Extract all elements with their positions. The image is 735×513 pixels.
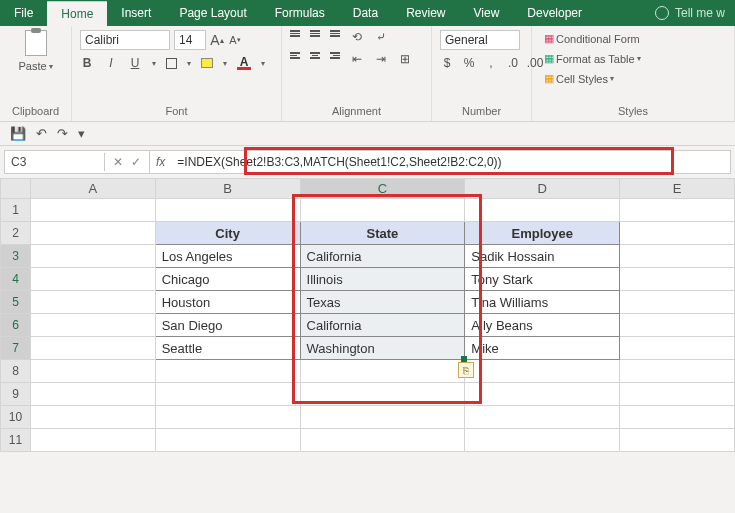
align-top-icon[interactable] [290, 30, 300, 44]
cell-b5[interactable]: Houston [155, 291, 300, 314]
conditional-formatting-button[interactable]: ▦Conditional Form [540, 30, 644, 47]
number-format-dropdown[interactable]: General [440, 30, 520, 50]
align-right-icon[interactable] [330, 52, 340, 66]
tab-page-layout[interactable]: Page Layout [165, 1, 260, 25]
row-header-10[interactable]: 10 [1, 406, 31, 429]
fx-icon[interactable]: fx [150, 155, 171, 169]
align-bottom-icon[interactable] [330, 30, 340, 44]
tab-developer[interactable]: Developer [513, 1, 596, 25]
col-header-d[interactable]: D [465, 179, 620, 199]
format-as-table-button[interactable]: ▦Format as Table▾ [540, 50, 645, 67]
autofill-options-icon[interactable]: ⎘ [458, 362, 474, 378]
group-label-alignment: Alignment [290, 103, 423, 119]
paste-icon[interactable] [25, 30, 47, 56]
cell-b6[interactable]: San Diego [155, 314, 300, 337]
tab-formulas[interactable]: Formulas [261, 1, 339, 25]
paste-button[interactable]: Paste▾ [14, 58, 56, 74]
bulb-icon [655, 6, 669, 20]
underline-more[interactable]: ▾ [152, 59, 156, 68]
header-city[interactable]: City [155, 222, 300, 245]
cancel-formula-icon[interactable]: ✕ [113, 155, 123, 169]
merge-icon[interactable]: ⊞ [398, 52, 412, 66]
orientation-icon[interactable]: ⟲ [350, 30, 364, 44]
row-header-11[interactable]: 11 [1, 429, 31, 452]
header-employee[interactable]: Employee [465, 222, 620, 245]
tab-home[interactable]: Home [47, 1, 107, 26]
row-header-3[interactable]: 3 [1, 245, 31, 268]
qat-more-icon[interactable]: ▾ [78, 126, 85, 141]
col-header-e[interactable]: E [620, 179, 735, 199]
col-header-c[interactable]: C [300, 179, 465, 199]
comma-icon[interactable]: , [484, 56, 498, 70]
ribbon: Paste▾ Clipboard Calibri 14 A▴ A▾ B I U … [0, 26, 735, 122]
font-color-button[interactable]: A [237, 56, 251, 70]
align-center-icon[interactable] [310, 52, 320, 66]
cell-c5[interactable]: Texas [300, 291, 465, 314]
select-all-corner[interactable] [1, 179, 31, 199]
row-header-7[interactable]: 7 [1, 337, 31, 360]
row-header-2[interactable]: 2 [1, 222, 31, 245]
ribbon-tabs: File Home Insert Page Layout Formulas Da… [0, 0, 735, 26]
quick-access-toolbar: 💾 ↶ ↷ ▾ [0, 122, 735, 146]
tab-review[interactable]: Review [392, 1, 459, 25]
cell-b3[interactable]: Los Angeles [155, 245, 300, 268]
increase-decimal-icon[interactable]: .0 [506, 56, 520, 70]
row-header-5[interactable]: 5 [1, 291, 31, 314]
cell-d6[interactable]: Ally Beans [465, 314, 620, 337]
tell-me[interactable]: Tell me w [645, 6, 735, 20]
increase-font-icon[interactable]: A▴ [210, 33, 224, 47]
cell-c4[interactable]: Illinois [300, 268, 465, 291]
cell-b4[interactable]: Chicago [155, 268, 300, 291]
formula-input[interactable]: =INDEX(Sheet2!B3:C3,MATCH(Sheet1!C2,Shee… [171, 153, 730, 171]
underline-button[interactable]: U [128, 56, 142, 70]
increase-indent-icon[interactable]: ⇥ [374, 52, 388, 66]
decrease-indent-icon[interactable]: ⇤ [350, 52, 364, 66]
group-font: Calibri 14 A▴ A▾ B I U ▾ ▾ ▾ A▾ Font [72, 26, 282, 121]
name-box[interactable]: C3 [5, 153, 105, 171]
tab-data[interactable]: Data [339, 1, 392, 25]
borders-button[interactable] [166, 58, 177, 69]
decrease-font-icon[interactable]: A▾ [228, 33, 242, 47]
worksheet-grid[interactable]: A B C D E 1 2 City State Employee 3 Los … [0, 178, 735, 452]
row-header-6[interactable]: 6 [1, 314, 31, 337]
cell-d4[interactable]: Tony Stark [465, 268, 620, 291]
col-header-b[interactable]: B [155, 179, 300, 199]
header-state[interactable]: State [300, 222, 465, 245]
tab-file[interactable]: File [0, 1, 47, 25]
tab-insert[interactable]: Insert [107, 1, 165, 25]
wrap-text-icon[interactable]: ⤶ [374, 30, 388, 44]
enter-formula-icon[interactable]: ✓ [131, 155, 141, 169]
cell-c6[interactable]: California [300, 314, 465, 337]
font-name-dropdown[interactable]: Calibri [80, 30, 170, 50]
redo-icon[interactable]: ↷ [57, 126, 68, 141]
row-header-9[interactable]: 9 [1, 383, 31, 406]
group-number: General $ % , .0 .00 Number [432, 26, 532, 121]
cell-d3[interactable]: Sadik Hossain [465, 245, 620, 268]
font-size-dropdown[interactable]: 14 [174, 30, 206, 50]
align-middle-icon[interactable] [310, 30, 320, 44]
cell-b7[interactable]: Seattle [155, 337, 300, 360]
group-label-number: Number [440, 103, 523, 119]
row-header-4[interactable]: 4 [1, 268, 31, 291]
formula-bar: C3 ✕ ✓ fx =INDEX(Sheet2!B3:C3,MATCH(Shee… [4, 150, 731, 174]
tab-view[interactable]: View [460, 1, 514, 25]
cell-styles-button[interactable]: ▦Cell Styles▾ [540, 70, 618, 87]
save-icon[interactable]: 💾 [10, 126, 26, 141]
col-header-a[interactable]: A [30, 179, 155, 199]
cell-d5[interactable]: Tina Williams [465, 291, 620, 314]
row-header-8[interactable]: 8 [1, 360, 31, 383]
align-left-icon[interactable] [290, 52, 300, 66]
cell-c3[interactable]: California [300, 245, 465, 268]
group-label-clipboard: Clipboard [8, 103, 63, 119]
row-header-1[interactable]: 1 [1, 199, 31, 222]
fill-color-button[interactable] [201, 58, 213, 68]
italic-button[interactable]: I [104, 56, 118, 70]
undo-icon[interactable]: ↶ [36, 126, 47, 141]
cell-c7[interactable]: Washington [300, 337, 465, 360]
percent-icon[interactable]: % [462, 56, 476, 70]
group-label-styles: Styles [540, 103, 726, 119]
bold-button[interactable]: B [80, 56, 94, 70]
cell-d7[interactable]: Mike [465, 337, 620, 360]
group-label-font: Font [80, 103, 273, 119]
accounting-icon[interactable]: $ [440, 56, 454, 70]
